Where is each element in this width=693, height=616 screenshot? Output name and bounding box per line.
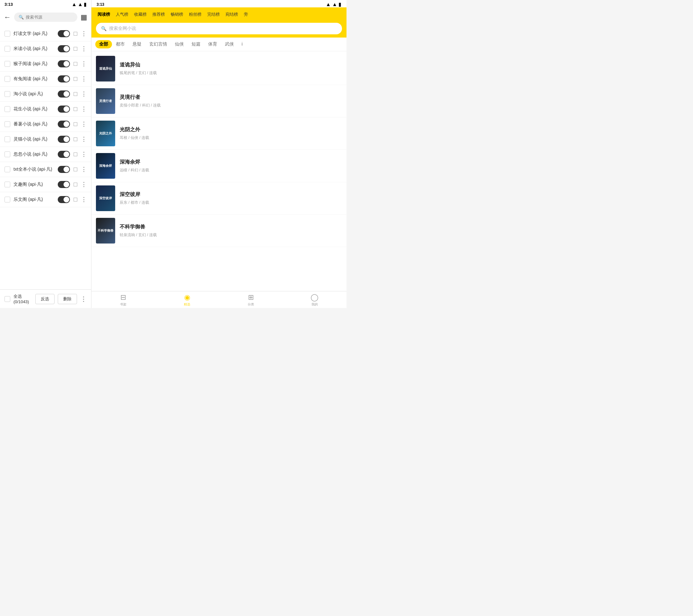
back-button[interactable]: ← (4, 13, 11, 21)
more-icon-9[interactable]: ⋮ (81, 166, 87, 173)
book-item[interactable]: 道诡异仙 道诡异仙 狐尾的笔 / 玄幻 / 连载 (92, 53, 346, 85)
edit-icon-8[interactable]: ☐ (73, 152, 78, 158)
category-tab-0[interactable]: 全部 (95, 40, 112, 48)
qr-icon[interactable]: ▦ (81, 13, 87, 21)
book-item[interactable]: 灵境行者 灵境行者 卖报小郎君 / 科幻 / 连载 (92, 85, 346, 117)
more-icon-2[interactable]: ⋮ (81, 60, 87, 67)
category-tab-2[interactable]: 悬疑 (128, 40, 145, 48)
edit-icon-11[interactable]: ☐ (73, 197, 78, 203)
toggle-2[interactable] (58, 60, 70, 67)
bottom-nav-label-2: 分类 (248, 302, 254, 307)
left-search-input[interactable] (26, 15, 73, 20)
edit-icon-9[interactable]: ☐ (73, 166, 78, 173)
book-list: 道诡异仙 道诡异仙 狐尾的笔 / 玄幻 / 连载 灵境行者 灵境行者 卖报小郎君… (92, 51, 346, 291)
top-nav-tab-8[interactable]: 旁 (241, 10, 251, 19)
source-checkbox-11[interactable] (4, 197, 10, 202)
edit-icon-0[interactable]: ☐ (73, 31, 78, 37)
reverse-select-button[interactable]: 反选 (35, 294, 55, 304)
source-name-6: 番薯小说 (api·凡) (14, 121, 55, 127)
right-battery-icon: ▮ (338, 1, 341, 7)
book-item[interactable]: 深空彼岸 深空彼岸 辰东 / 都市 / 连载 (92, 182, 346, 215)
source-checkbox-4[interactable] (4, 91, 10, 97)
toggle-6[interactable] (58, 121, 70, 128)
bottom-nav-label-3: 我的 (312, 302, 318, 307)
edit-icon-4[interactable]: ☐ (73, 91, 78, 97)
edit-icon-6[interactable]: ☐ (73, 121, 78, 127)
category-tab-8[interactable]: i (238, 40, 246, 48)
category-tab-7[interactable]: 武侠 (221, 40, 238, 48)
category-tab-4[interactable]: 仙侠 (171, 40, 188, 48)
source-checkbox-8[interactable] (4, 152, 10, 157)
toggle-1[interactable] (58, 45, 70, 52)
wifi-icon: ▲ (72, 2, 77, 7)
left-panel: 3:13 ▲ ▲ ▮ ← 🔍 ▦ 灯读文学 (api·凡) ☐ ⋮ 米读小说 (… (0, 0, 92, 308)
more-icon-3[interactable]: ⋮ (81, 75, 87, 82)
left-search-bar[interactable]: 🔍 (14, 13, 77, 22)
more-icon-4[interactable]: ⋮ (81, 91, 87, 98)
book-cover-text-4: 深空彼岸 (96, 185, 115, 211)
source-checkbox-3[interactable] (4, 76, 10, 82)
toggle-10[interactable] (58, 181, 70, 188)
source-checkbox-1[interactable] (4, 46, 10, 52)
source-item: 番薯小说 (api·凡) ☐ ⋮ (0, 117, 91, 132)
toggle-7[interactable] (58, 136, 70, 143)
toggle-8[interactable] (58, 151, 70, 158)
category-tab-1[interactable]: 都市 (112, 40, 128, 48)
category-tab-6[interactable]: 体育 (204, 40, 221, 48)
more-icon-8[interactable]: ⋮ (81, 151, 87, 158)
more-icon-0[interactable]: ⋮ (81, 30, 87, 37)
book-meta-5: 轻泉流响 / 玄幻 / 连载 (120, 232, 342, 238)
top-nav-tab-7[interactable]: 宛结榜 (223, 10, 241, 19)
delete-button[interactable]: 删除 (58, 294, 77, 304)
more-icon-1[interactable]: ⋮ (81, 45, 87, 52)
source-checkbox-7[interactable] (4, 136, 10, 142)
book-cover-3: 深海余烬 (96, 153, 115, 179)
right-search-bar[interactable]: 🔍 搜索全网小说 (96, 23, 342, 34)
edit-icon-5[interactable]: ☐ (73, 106, 78, 112)
toggle-9[interactable] (58, 166, 70, 173)
top-nav-tab-1[interactable]: 人气榜 (113, 10, 131, 19)
edit-icon-1[interactable]: ☐ (73, 46, 78, 52)
right-status-bar: 3:13 ▲ ▲ ▮ (92, 0, 346, 7)
more-icon-11[interactable]: ⋮ (81, 196, 87, 203)
source-checkbox-10[interactable] (4, 182, 10, 187)
edit-icon-2[interactable]: ☐ (73, 61, 78, 67)
book-item[interactable]: 深海余烬 深海余烬 远瞳 / 科幻 / 连载 (92, 150, 346, 182)
more-icon-10[interactable]: ⋮ (81, 181, 87, 188)
edit-icon-3[interactable]: ☐ (73, 76, 78, 82)
toggle-11[interactable] (58, 196, 70, 203)
toggle-5[interactable] (58, 105, 70, 113)
top-nav-tab-0[interactable]: 阅读榜 (95, 10, 113, 19)
top-nav-tab-5[interactable]: 粉丝榜 (186, 10, 204, 19)
bottom-nav-item-0[interactable]: ⊟ 书架 (92, 293, 155, 307)
footer-more-icon[interactable]: ⋮ (80, 295, 87, 303)
source-checkbox-6[interactable] (4, 121, 10, 127)
category-tab-5[interactable]: 短篇 (188, 40, 204, 48)
source-checkbox-2[interactable] (4, 61, 10, 67)
more-icon-5[interactable]: ⋮ (81, 105, 87, 113)
top-nav-tab-6[interactable]: 完结榜 (204, 10, 223, 19)
edit-icon-7[interactable]: ☐ (73, 136, 78, 142)
left-time: 3:13 (4, 2, 13, 7)
source-checkbox-5[interactable] (4, 106, 10, 112)
book-item[interactable]: 光阴之外 光阴之外 耳根 / 仙侠 / 连载 (92, 117, 346, 150)
bottom-nav-item-2[interactable]: ⊞ 分类 (219, 293, 283, 307)
source-checkbox-0[interactable] (4, 31, 10, 37)
bottom-nav-item-3[interactable]: ◯ 我的 (283, 293, 346, 307)
category-tab-3[interactable]: 玄幻言情 (145, 40, 171, 48)
edit-icon-10[interactable]: ☐ (73, 182, 78, 188)
book-item[interactable]: 不科学御兽 不科学御兽 轻泉流响 / 玄幻 / 连载 (92, 215, 346, 247)
source-name-7: 灵猫小说 (api·凡) (14, 136, 55, 142)
book-cover-text-0: 道诡异仙 (96, 56, 115, 81)
top-nav-tab-2[interactable]: 收藏榜 (131, 10, 150, 19)
top-nav-tab-3[interactable]: 推荐榜 (150, 10, 168, 19)
top-nav-tab-4[interactable]: 畅销榜 (168, 10, 186, 19)
source-checkbox-9[interactable] (4, 166, 10, 172)
more-icon-7[interactable]: ⋮ (81, 136, 87, 143)
bottom-nav-item-1[interactable]: ◉ 精选 (155, 293, 219, 307)
toggle-3[interactable] (58, 75, 70, 82)
toggle-0[interactable] (58, 30, 70, 37)
more-icon-6[interactable]: ⋮ (81, 121, 87, 128)
select-all-checkbox[interactable] (4, 296, 10, 302)
toggle-4[interactable] (58, 91, 70, 98)
